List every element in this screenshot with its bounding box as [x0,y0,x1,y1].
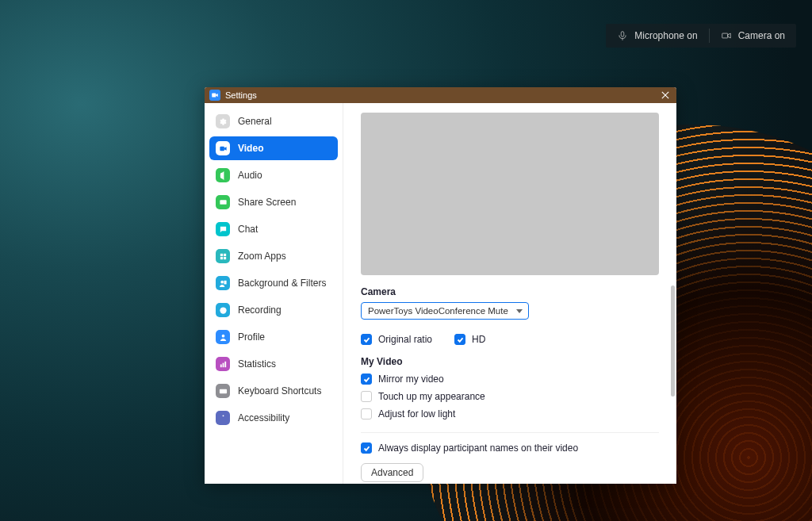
sidebar-item-share-screen[interactable]: Share Screen [209,190,338,214]
always-names-label: Always display participant names on thei… [378,442,578,454]
camera-status[interactable]: Camera on [710,24,796,48]
chat-icon [216,222,230,236]
settings-sidebar: GeneralVideoAudioShare ScreenChatZoom Ap… [205,103,343,484]
settings-content: Camera PowerToys VideoConference Mute Or… [343,103,676,484]
sidebar-item-zoom-apps[interactable]: Zoom Apps [209,244,338,268]
window-title: Settings [225,90,257,100]
audio-icon [216,168,230,182]
microphone-status-label: Microphone on [634,30,697,41]
svg-rect-26 [222,390,223,391]
svg-rect-4 [212,94,216,98]
sidebar-item-accessibility[interactable]: Accessibility [209,406,338,430]
touchup-label: Touch up my appearance [378,391,485,402]
access-icon [216,411,230,425]
advanced-button[interactable]: Advanced [361,463,423,482]
original-ratio-label: Original ratio [378,334,432,345]
camera-status-label: Camera on [738,30,785,41]
window-titlebar[interactable]: Settings [205,87,676,103]
svg-rect-0 [621,32,624,36]
svg-rect-25 [220,390,221,391]
hd-checkbox[interactable] [454,334,465,345]
svg-rect-29 [221,391,225,392]
av-status-bar: Microphone on Camera on [606,24,796,48]
svg-point-16 [220,280,224,283]
svg-rect-12 [220,253,222,255]
svg-rect-2 [722,33,727,38]
sidebar-item-label: Chat [238,224,258,235]
microphone-status[interactable]: Microphone on [606,24,708,48]
svg-rect-9 [220,146,224,151]
sidebar-item-general[interactable]: General [209,109,338,133]
sidebar-item-profile[interactable]: Profile [209,325,338,349]
stats-icon [216,357,230,371]
window-body: GeneralVideoAudioShare ScreenChatZoom Ap… [205,103,676,484]
video-icon [216,141,230,155]
touchup-checkbox[interactable] [361,391,372,402]
svg-rect-14 [220,256,222,259]
sidebar-item-label: General [238,116,272,127]
sidebar-item-keyboard-shortcuts[interactable]: Keyboard Shortcuts [209,379,338,403]
close-button[interactable] [654,87,676,103]
settings-window: Settings GeneralVideoAudioShare ScreenCh… [205,87,676,484]
sidebar-item-label: Keyboard Shortcuts [238,385,321,396]
sidebar-item-label: Audio [238,170,262,181]
svg-rect-28 [224,390,225,391]
camera-select[interactable]: PowerToys VideoConference Mute [361,302,529,320]
svg-rect-21 [220,364,221,367]
video-preview [361,113,659,275]
mirror-label: Mirror my video [378,374,444,385]
apps-icon [216,249,230,263]
sidebar-item-label: Share Screen [238,197,296,208]
bg-icon [216,276,230,290]
sidebar-item-label: Statistics [238,358,276,370]
svg-marker-3 [727,33,730,38]
sidebar-item-label: Zoom Apps [238,251,286,262]
sidebar-item-video[interactable]: Video [209,136,338,160]
sidebar-item-label: Background & Filters [238,278,326,289]
keyboard-icon [216,384,230,398]
original-ratio-checkbox[interactable] [361,334,372,345]
svg-point-30 [222,415,224,416]
camera-select-value: PowerToys VideoConference Mute [368,306,508,316]
sidebar-item-background-filters[interactable]: Background & Filters [209,271,338,295]
scrollbar-thumb[interactable] [671,285,675,396]
sidebar-item-statistics[interactable]: Statistics [209,352,338,376]
svg-rect-15 [223,256,225,259]
sidebar-item-label: Profile [238,331,265,343]
svg-rect-13 [223,253,225,255]
lowlight-label: Adjust for low light [378,408,455,419]
svg-marker-10 [224,147,226,151]
svg-rect-22 [222,362,224,367]
svg-rect-24 [219,389,226,393]
sidebar-item-recording[interactable]: Recording [209,298,338,322]
app-icon [209,90,220,101]
close-icon [661,91,669,99]
share-icon [216,195,230,209]
lowlight-checkbox[interactable] [361,408,372,419]
myvideo-section-label: My Video [361,356,659,367]
mirror-checkbox[interactable] [361,374,372,385]
svg-rect-23 [224,361,226,366]
microphone-icon [617,30,628,41]
svg-point-20 [221,334,224,337]
hd-label: HD [472,334,485,345]
svg-point-19 [221,308,224,312]
sidebar-item-label: Recording [238,305,282,316]
profile-icon [216,330,230,344]
camera-icon [721,30,732,41]
svg-rect-17 [224,280,226,284]
always-names-checkbox[interactable] [361,442,372,454]
section-divider [361,432,659,433]
svg-rect-27 [223,390,224,391]
rec-icon [216,303,230,317]
camera-section-label: Camera [361,286,659,297]
sidebar-item-audio[interactable]: Audio [209,163,338,187]
gear-icon [216,114,230,128]
sidebar-item-label: Accessibility [238,412,289,423]
svg-marker-5 [216,94,218,97]
sidebar-item-chat[interactable]: Chat [209,217,338,241]
sidebar-item-label: Video [238,143,263,154]
